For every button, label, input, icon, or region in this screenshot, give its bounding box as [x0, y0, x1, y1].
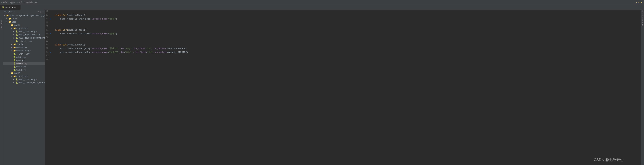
arrow-icon: ▶	[13, 34, 16, 36]
code-line-27: bid = models.ForeignKey(verbose_name="男生…	[55, 47, 638, 50]
warning-badge[interactable]: ▲ 2 ▲ ▼	[636, 2, 642, 4]
line-18: 18▶	[45, 14, 52, 17]
tab-close-button[interactable]: ✕	[18, 6, 18, 8]
python-file-icon: 🐍	[16, 78, 18, 81]
structure-label[interactable]: Structure	[0, 20, 2, 29]
tree-item-0003[interactable]: ▶ 🐍 0003_delete_department.p	[3, 36, 45, 40]
settings-icon[interactable]: ⚙	[38, 10, 39, 13]
line-28: 28▶	[45, 50, 52, 54]
spacer: ▶	[11, 66, 13, 68]
python-file-icon: 🐍	[13, 66, 16, 68]
arrow-icon: ▶	[13, 37, 16, 39]
tree-item-tests[interactable]: ▶ 🐍 tests.py	[3, 65, 45, 68]
breadcrumb-models[interactable]: models.py	[26, 1, 37, 4]
line-19: 19▶	[45, 17, 52, 21]
folder-icon: 📁	[11, 72, 14, 74]
arrow-icon: ▶	[11, 43, 13, 46]
tree-item-app01[interactable]: ▾ 📁 app01	[3, 24, 45, 27]
python-file-icon: 🐍	[16, 30, 18, 33]
kw-class: class	[55, 14, 63, 17]
tree-item-templatetags[interactable]: ▶ 📁 templatetags	[3, 49, 45, 52]
main-layout: Structure Project ▾ ⚙ ☰ — ▾ 📁 day04 ~/Py…	[0, 10, 644, 165]
arrow-icon: ▾	[11, 75, 13, 78]
code-line-18: class Boy(models.Model):	[55, 14, 638, 17]
class-name-boy: Boy	[63, 14, 67, 17]
tree-item-app02[interactable]: ▾ 📁 app02	[3, 72, 45, 75]
python-file-icon: 🐍	[16, 34, 18, 36]
top-bar: day04 › apps › app01 › models.py ▲ 2 ▲ ▼	[0, 0, 644, 5]
code-line-22: class Girl(models.Model):	[55, 28, 638, 32]
code-line-21	[55, 24, 638, 28]
folder-icon: 📁	[8, 18, 11, 20]
breadcrumb-day04[interactable]: day04	[1, 1, 8, 4]
tree-item-admin[interactable]: ▶ 🐍 admin.py	[3, 56, 45, 59]
project-label: Project	[4, 10, 13, 13]
tree-item-migrations[interactable]: ▾ 📁 migrations	[3, 27, 45, 30]
tree-item-init2[interactable]: ▶ 🐍 __init__.py	[3, 52, 45, 56]
tree-item-0001[interactable]: ▶ 🐍 0001_initial.py	[3, 30, 45, 33]
line-21: 21▶	[45, 24, 52, 28]
tree-header-icons: ⚙ ☰ —	[38, 10, 44, 13]
warning-count: ▲ 2	[636, 2, 639, 4]
arrow-icon: ▾	[6, 21, 8, 23]
line-24: 24▶	[45, 36, 52, 40]
tab-models-py[interactable]: 🐍 models.py ✕	[0, 5, 21, 10]
spacer: ▶	[11, 59, 13, 62]
code-editor[interactable]: 17▶ 18▶ 19▶ 20▶ 21▶ 22▶ 23▶ 24▶ 25▶ 26▶ …	[45, 10, 641, 165]
warning-up-arrow[interactable]: ▲	[640, 2, 641, 4]
kw-class3: class	[55, 43, 63, 47]
tree-item-static[interactable]: ▶ 📁 static	[3, 43, 45, 46]
arrow-icon: ▾	[8, 24, 11, 26]
tree-item-apps[interactable]: ▾ 📁 apps	[3, 20, 45, 24]
param-verbose: verbose_name	[92, 17, 108, 21]
tree-item-venv[interactable]: ▶ 📁 .venv	[3, 17, 45, 20]
sciview-label[interactable]: SciView	[642, 19, 643, 26]
tab-icon: 🐍	[2, 6, 4, 8]
tree-item-day04[interactable]: ▾ 📁 day04 ~/PycharmProjects/5x_django...	[3, 14, 45, 17]
code-content: class Boy(models.Model): name = models.C…	[54, 10, 641, 165]
tab-bar: 🐍 models.py ✕	[0, 5, 644, 10]
tree-item-init1[interactable]: ▶ 🐍 __init__.py	[3, 40, 45, 43]
tree-item-app02-0001[interactable]: ▶ 🐍 0001_initial.py	[3, 78, 45, 81]
file-tree: Project ▾ ⚙ ☰ — ▾ 📁 day04 ~/PycharmProje…	[3, 10, 45, 165]
code-line-26: class B2G(models.Model):	[55, 43, 638, 47]
arrow-icon: ▾	[4, 14, 6, 17]
line-17: 17▶	[45, 10, 52, 14]
arrow-icon: ▶	[13, 40, 16, 42]
code-line-23: name = models.CharField(verbose_name="姓名…	[55, 32, 638, 36]
folder-icon: 📁	[13, 27, 16, 30]
spacer: ▶	[11, 62, 13, 65]
database-label[interactable]: Database	[642, 10, 643, 18]
breadcrumb-app01[interactable]: app01	[17, 1, 24, 4]
python-file-icon: 🐍	[13, 53, 16, 55]
tree-item-views[interactable]: ▶ 🐍 views.py	[3, 68, 45, 72]
spacer: ▶	[11, 69, 13, 71]
tab-label: models.py	[6, 6, 16, 8]
project-dropdown-arrow[interactable]: ▾	[14, 11, 14, 13]
breadcrumb-apps[interactable]: apps	[10, 1, 15, 4]
code-line-24	[55, 36, 638, 40]
tree-item-app02-0002[interactable]: ▶ 🐍 0002_remove_role_count.p	[3, 81, 45, 84]
line-23: 23▶	[45, 32, 52, 36]
code-line-17	[55, 10, 638, 14]
arrow-icon: ▶	[11, 46, 13, 49]
templates-label: templates	[16, 46, 27, 49]
tree-item-0002[interactable]: ▶ 🐍 0002_department.py	[3, 33, 45, 36]
folder-icon: 📁	[13, 50, 16, 52]
code-line-28: gid = models.ForeignKey(verbose_name="女生…	[55, 50, 638, 54]
warning-down-arrow[interactable]: ▼	[641, 2, 642, 4]
right-panel: Database SciView	[641, 10, 644, 165]
line-29: 29▶	[45, 54, 52, 58]
arrow-icon: ▶	[13, 82, 16, 84]
tree-item-apps-py[interactable]: ▶ 🐍 apps.py	[3, 59, 45, 62]
layout-icon[interactable]: ☰	[40, 10, 42, 13]
tree-item-templates[interactable]: ▶ 📁 templates	[3, 46, 45, 49]
minimize-icon[interactable]: —	[42, 10, 44, 13]
tree-header: Project ▾ ⚙ ☰ —	[3, 10, 45, 14]
tree-item-models-py[interactable]: ▶ 🐍 models.py	[3, 62, 45, 65]
line-22: 22▶	[45, 28, 52, 32]
code-line-19: name = models.CharField(verbose_name="姓名…	[55, 17, 638, 21]
warning-area: ▲ 2 ▲ ▼	[38, 2, 643, 4]
line-20: 20▶	[45, 21, 52, 24]
tree-item-migrations2[interactable]: ▾ 📁 migrations	[3, 75, 45, 78]
